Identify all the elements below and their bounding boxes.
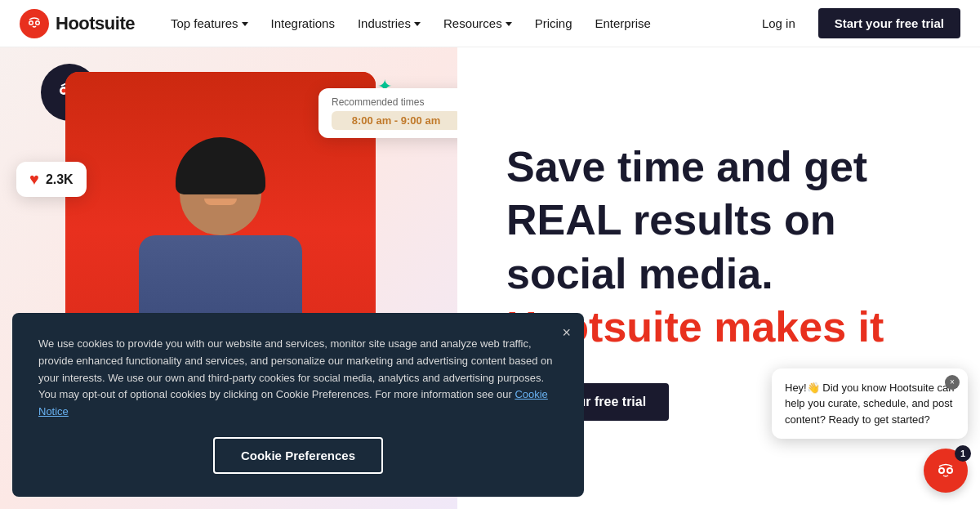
nav-resources[interactable]: Resources <box>434 10 522 37</box>
chat-bubble: × Hey!👋 Did you know Hootsuite can help … <box>772 368 968 440</box>
chat-widget: × Hey!👋 Did you know Hootsuite can help … <box>772 368 968 493</box>
recommended-times-card: Recommended times 8:00 am - 9:00 am <box>318 88 457 138</box>
nav-right: Log in Start your free trial <box>752 8 960 38</box>
chat-notification-badge: 1 <box>955 445 971 462</box>
cookie-close-button[interactable]: × <box>562 324 571 342</box>
chevron-down-icon <box>506 22 512 26</box>
chevron-down-icon <box>242 22 248 26</box>
heart-icon: ♥ <box>29 170 39 189</box>
recommended-label: Recommended times <box>332 96 457 108</box>
nav-pricing[interactable]: Pricing <box>525 10 582 37</box>
logo-wordmark: Hootsuite <box>56 13 135 34</box>
svg-point-3 <box>37 21 39 24</box>
nav-industries[interactable]: Industries <box>348 10 430 37</box>
svg-point-11 <box>948 469 951 472</box>
chat-close-button[interactable]: × <box>945 375 960 390</box>
logo[interactable]: Hootsuite <box>20 9 135 38</box>
chat-avatar-button[interactable]: 1 <box>924 449 968 493</box>
navbar: Hootsuite Top features Integrations Indu… <box>0 0 980 47</box>
nav-top-features[interactable]: Top features <box>161 10 258 37</box>
logo-owl-icon <box>20 9 49 38</box>
nav-links: Top features Integrations Industries Res… <box>161 10 752 37</box>
recommended-time-value: 8:00 am - 9:00 am <box>332 111 457 130</box>
cookie-preferences-button[interactable]: Cookie Preferences <box>213 437 383 474</box>
login-link[interactable]: Log in <box>752 10 805 37</box>
cookie-text: We use cookies to provide you with our w… <box>38 336 558 421</box>
likes-count: 2.3K <box>46 172 74 187</box>
start-trial-button[interactable]: Start your free trial <box>818 8 960 38</box>
nav-enterprise[interactable]: Enterprise <box>586 10 661 37</box>
svg-point-2 <box>30 21 33 24</box>
svg-point-10 <box>940 469 943 472</box>
nav-integrations[interactable]: Integrations <box>261 10 345 37</box>
likes-badge: ♥ 2.3K <box>16 162 87 197</box>
chevron-down-icon <box>414 22 421 26</box>
cookie-banner: × We use cookies to provide you with our… <box>12 313 584 497</box>
